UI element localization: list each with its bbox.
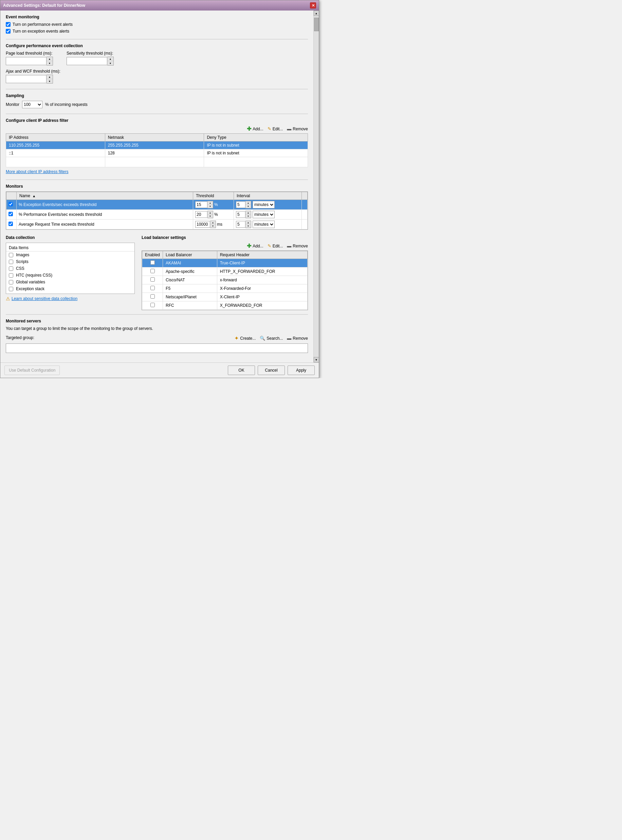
divider-4 <box>6 180 308 180</box>
sensitivity-input[interactable]: 3000 <box>67 57 107 65</box>
exception-alert-label: Turn on exception events alerts <box>12 29 69 33</box>
ajax-down-btn[interactable]: ▼ <box>47 79 53 83</box>
server-create-button[interactable]: ✦ Create... <box>234 335 256 341</box>
lb-enabled-5[interactable] <box>150 294 155 299</box>
monitor-checkbox-1[interactable] <box>9 202 13 206</box>
exception-alert-checkbox[interactable] <box>6 29 11 33</box>
threshold-up-3[interactable]: ▲ <box>210 221 216 224</box>
scroll-down-btn[interactable]: ▼ <box>314 357 319 362</box>
page-load-down-btn[interactable]: ▼ <box>47 61 53 65</box>
ip-edit-button[interactable]: ✎ Edit... <box>268 126 283 131</box>
lb-row[interactable]: Cisco/NAT x-forward <box>142 276 308 285</box>
lb-enabled-3[interactable] <box>150 277 155 282</box>
sensitive-data-row: ⚠ Learn about sensitive data collection <box>6 296 135 301</box>
sampling-suffix: % of incoming requests <box>45 102 88 107</box>
warning-icon: ⚠ <box>6 296 10 301</box>
interval-up-1[interactable]: ▲ <box>245 201 251 205</box>
apply-button[interactable]: Apply <box>288 365 315 375</box>
lb-enabled-1[interactable] <box>150 260 155 265</box>
table-row[interactable]: ::1 128 IP is not in subnet <box>6 149 308 157</box>
monitor-checkbox-2[interactable] <box>9 212 13 216</box>
page-load-up-btn[interactable]: ▲ <box>47 57 53 61</box>
ip-filter-link[interactable]: More about client IP address filters <box>6 169 69 174</box>
lb-enabled-6[interactable] <box>150 303 155 307</box>
sampling-select[interactable]: 100 50 25 10 <box>22 101 43 108</box>
page-load-input[interactable]: 15000 <box>6 57 47 65</box>
lb-enabled-header: Enabled <box>142 251 163 259</box>
footer-right: OK Cancel Apply <box>228 365 315 375</box>
lb-row[interactable]: F5 X-Forwarded-For <box>142 285 308 293</box>
lb-edit-button[interactable]: ✎ Edit... <box>268 243 283 248</box>
cancel-button[interactable]: Cancel <box>258 365 285 375</box>
threshold-down-2[interactable]: ▼ <box>207 215 213 218</box>
interval-input-3[interactable] <box>236 221 245 228</box>
interval-input-1[interactable] <box>236 201 245 208</box>
interval-input-2[interactable] <box>236 211 245 218</box>
lb-row[interactable]: Apache-specific HTTP_X_FORWARDED_FOR <box>142 268 308 276</box>
interval-unit-select-2[interactable]: minutes hours <box>253 211 275 218</box>
css-checkbox[interactable] <box>9 266 13 271</box>
lb-enabled-4[interactable] <box>150 286 155 290</box>
interval-down-1[interactable]: ▼ <box>245 205 251 208</box>
targeted-group-input-area[interactable] <box>6 344 308 353</box>
sensitivity-up-btn[interactable]: ▲ <box>107 57 113 61</box>
load-balancer-col: Load balancer settings ✚ Add... ✎ Edit..… <box>142 235 308 310</box>
monitors-name-header[interactable]: Name ▲ <box>17 192 193 200</box>
scroll-thumb[interactable] <box>314 18 319 31</box>
scrollbar[interactable]: ▲ ▼ <box>313 11 319 362</box>
ajax-up-btn[interactable]: ▲ <box>47 75 53 79</box>
perf-alert-checkbox[interactable] <box>6 22 11 27</box>
exception-stack-checkbox[interactable] <box>9 287 13 291</box>
interval-up-2[interactable]: ▲ <box>245 211 251 215</box>
threshold-input-3[interactable] <box>195 221 210 228</box>
lb-add-button[interactable]: ✚ Add... <box>247 243 263 249</box>
interval-unit-select-1[interactable]: minutes hours <box>253 201 275 208</box>
divider-3 <box>6 114 308 114</box>
monitor-checkbox-3[interactable] <box>9 222 13 226</box>
interval-down-2[interactable]: ▼ <box>245 215 251 218</box>
server-search-button[interactable]: 🔍 Search... <box>260 336 283 341</box>
ip-filter-table: IP Address Netmask Deny Type 110.255.255… <box>6 133 308 167</box>
lb-remove-button[interactable]: ▬ Remove <box>287 243 308 248</box>
ip-add-button[interactable]: ✚ Add... <box>247 126 263 132</box>
threshold-input-1[interactable] <box>195 201 207 208</box>
threshold-input-2[interactable] <box>195 211 207 218</box>
page-load-spinner-btns: ▲ ▼ <box>47 57 53 65</box>
monitor-name-cell: Average Request Time exceeds threshold <box>17 219 193 230</box>
htc-checkbox[interactable] <box>9 273 13 278</box>
ok-button[interactable]: OK <box>228 365 255 375</box>
content-area: Event monitoring Turn on performance eve… <box>0 11 319 362</box>
table-row[interactable]: 110.255.255.255 255.255.255.255 IP is no… <box>6 142 308 149</box>
server-remove-button[interactable]: ▬ Remove <box>287 336 308 341</box>
use-default-button[interactable]: Use Default Configuration <box>5 365 60 375</box>
monitor-row[interactable]: Average Request Time exceeds threshold ▲… <box>6 219 308 230</box>
lb-row[interactable]: AKAMAI True-Client-IP <box>142 259 308 268</box>
sensitive-data-link[interactable]: Learn about sensitive data collection <box>12 296 78 301</box>
scripts-checkbox[interactable] <box>9 260 13 264</box>
lb-row[interactable]: RFC X_FORWARDED_FOR <box>142 301 308 310</box>
scroll-track[interactable] <box>314 16 319 357</box>
sampling-title: Sampling <box>6 93 308 98</box>
lb-name-5: Netscape/iPlanet <box>163 293 217 301</box>
monitor-row[interactable]: % Exception Events/sec exceeds threshold… <box>6 200 308 210</box>
close-button[interactable]: ✕ <box>310 2 316 9</box>
lb-row[interactable]: Netscape/iPlanet X-Client-IP <box>142 293 308 301</box>
threshold-down-1[interactable]: ▼ <box>207 205 213 208</box>
scroll-up-btn[interactable]: ▲ <box>314 11 319 16</box>
main-scroll-area[interactable]: Event monitoring Turn on performance eve… <box>0 11 313 362</box>
sensitivity-down-btn[interactable]: ▼ <box>107 61 113 65</box>
monitor-row[interactable]: % Performance Events/sec exceeds thresho… <box>6 210 308 219</box>
images-checkbox[interactable] <box>9 253 13 257</box>
interval-unit-select-3[interactable]: minutes hours <box>253 221 275 228</box>
lb-enabled-2[interactable] <box>150 269 155 273</box>
ajax-input[interactable]: 5000 <box>6 75 47 83</box>
threshold-up-2[interactable]: ▲ <box>207 211 213 215</box>
threshold-down-3[interactable]: ▼ <box>210 224 216 228</box>
ip-remove-button[interactable]: ▬ Remove <box>287 126 308 131</box>
threshold-up-1[interactable]: ▲ <box>207 201 213 205</box>
deny-type-cell: IP is not in subnet <box>204 149 308 157</box>
global-vars-checkbox[interactable] <box>9 280 13 285</box>
list-item: Images <box>6 251 134 258</box>
interval-down-3[interactable]: ▼ <box>245 224 251 228</box>
interval-up-3[interactable]: ▲ <box>245 221 251 224</box>
